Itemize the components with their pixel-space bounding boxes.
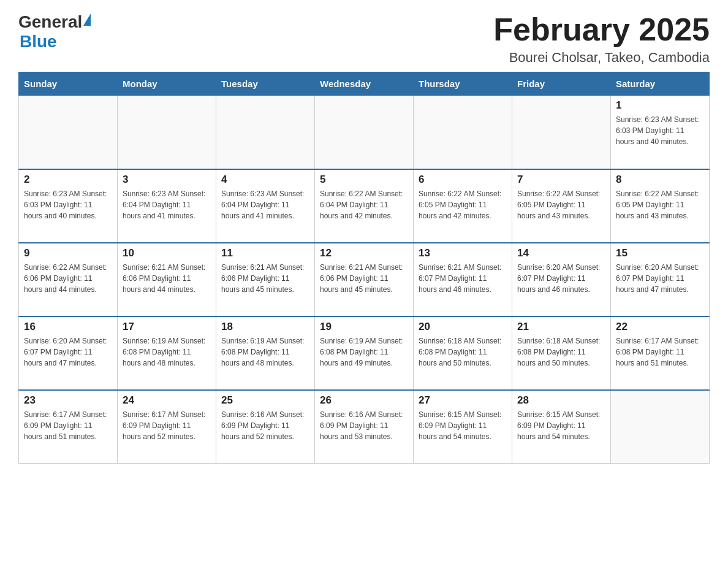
day-info: Sunrise: 6:21 AM Sunset: 6:07 PM Dayligh… bbox=[419, 262, 507, 295]
calendar-cell: 2Sunrise: 6:23 AM Sunset: 6:03 PM Daylig… bbox=[19, 169, 118, 243]
day-info: Sunrise: 6:20 AM Sunset: 6:07 PM Dayligh… bbox=[24, 335, 112, 369]
calendar-cell: 19Sunrise: 6:19 AM Sunset: 6:08 PM Dayli… bbox=[315, 316, 414, 390]
calendar-cell: 3Sunrise: 6:23 AM Sunset: 6:04 PM Daylig… bbox=[118, 169, 216, 243]
day-info: Sunrise: 6:21 AM Sunset: 6:06 PM Dayligh… bbox=[221, 262, 309, 295]
day-number: 20 bbox=[419, 321, 507, 333]
day-number: 17 bbox=[123, 321, 211, 333]
location-subtitle: Bourei Cholsar, Takeo, Cambodia bbox=[493, 50, 710, 66]
day-info: Sunrise: 6:15 AM Sunset: 6:09 PM Dayligh… bbox=[419, 409, 507, 442]
col-header-saturday: Saturday bbox=[611, 72, 710, 96]
day-number: 16 bbox=[24, 321, 112, 333]
month-title: February 2025 bbox=[493, 12, 710, 47]
day-number: 4 bbox=[221, 174, 309, 186]
day-info: Sunrise: 6:21 AM Sunset: 6:06 PM Dayligh… bbox=[123, 262, 211, 295]
day-number: 12 bbox=[320, 247, 408, 259]
logo: General Blue bbox=[18, 12, 91, 52]
day-number: 27 bbox=[419, 394, 507, 407]
title-section: February 2025 Bourei Cholsar, Takeo, Cam… bbox=[493, 12, 710, 66]
day-number: 13 bbox=[419, 247, 507, 259]
calendar-cell: 15Sunrise: 6:20 AM Sunset: 6:07 PM Dayli… bbox=[611, 243, 710, 316]
calendar-cell: 13Sunrise: 6:21 AM Sunset: 6:07 PM Dayli… bbox=[414, 243, 512, 316]
day-number: 1 bbox=[616, 99, 704, 112]
calendar-cell: 4Sunrise: 6:23 AM Sunset: 6:04 PM Daylig… bbox=[216, 169, 315, 243]
day-info: Sunrise: 6:20 AM Sunset: 6:07 PM Dayligh… bbox=[616, 262, 704, 295]
calendar-cell: 12Sunrise: 6:21 AM Sunset: 6:06 PM Dayli… bbox=[315, 243, 414, 316]
day-info: Sunrise: 6:23 AM Sunset: 6:03 PM Dayligh… bbox=[616, 114, 704, 147]
day-number: 23 bbox=[24, 394, 112, 407]
col-header-tuesday: Tuesday bbox=[216, 72, 315, 96]
day-info: Sunrise: 6:18 AM Sunset: 6:08 PM Dayligh… bbox=[419, 335, 507, 369]
day-number: 21 bbox=[517, 321, 605, 333]
day-info: Sunrise: 6:23 AM Sunset: 6:04 PM Dayligh… bbox=[221, 188, 309, 221]
calendar-cell: 11Sunrise: 6:21 AM Sunset: 6:06 PM Dayli… bbox=[216, 243, 315, 316]
calendar-cell bbox=[512, 96, 611, 169]
day-number: 18 bbox=[221, 321, 309, 333]
calendar-cell: 18Sunrise: 6:19 AM Sunset: 6:08 PM Dayli… bbox=[216, 316, 315, 390]
day-number: 19 bbox=[320, 321, 408, 333]
day-info: Sunrise: 6:17 AM Sunset: 6:09 PM Dayligh… bbox=[24, 409, 112, 442]
calendar-table: SundayMondayTuesdayWednesdayThursdayFrid… bbox=[18, 72, 710, 464]
day-number: 2 bbox=[24, 174, 112, 186]
day-number: 10 bbox=[123, 247, 211, 259]
day-info: Sunrise: 6:19 AM Sunset: 6:08 PM Dayligh… bbox=[320, 335, 408, 369]
day-info: Sunrise: 6:15 AM Sunset: 6:09 PM Dayligh… bbox=[517, 409, 605, 442]
calendar-cell: 22Sunrise: 6:17 AM Sunset: 6:08 PM Dayli… bbox=[611, 316, 710, 390]
day-info: Sunrise: 6:22 AM Sunset: 6:05 PM Dayligh… bbox=[616, 188, 704, 221]
day-number: 15 bbox=[616, 247, 704, 259]
calendar-cell: 24Sunrise: 6:17 AM Sunset: 6:09 PM Dayli… bbox=[118, 390, 216, 464]
col-header-wednesday: Wednesday bbox=[315, 72, 414, 96]
col-header-sunday: Sunday bbox=[19, 72, 118, 96]
calendar-cell: 9Sunrise: 6:22 AM Sunset: 6:06 PM Daylig… bbox=[19, 243, 118, 316]
day-info: Sunrise: 6:23 AM Sunset: 6:04 PM Dayligh… bbox=[123, 188, 211, 221]
page-header: General Blue February 2025 Bourei Cholsa… bbox=[18, 12, 710, 66]
calendar-cell: 25Sunrise: 6:16 AM Sunset: 6:09 PM Dayli… bbox=[216, 390, 315, 464]
calendar-cell bbox=[118, 96, 216, 169]
day-number: 9 bbox=[24, 247, 112, 259]
calendar-cell bbox=[216, 96, 315, 169]
calendar-cell: 17Sunrise: 6:19 AM Sunset: 6:08 PM Dayli… bbox=[118, 316, 216, 390]
calendar-cell bbox=[315, 96, 414, 169]
col-header-monday: Monday bbox=[118, 72, 216, 96]
calendar-week-row: 23Sunrise: 6:17 AM Sunset: 6:09 PM Dayli… bbox=[19, 390, 710, 464]
calendar-cell: 5Sunrise: 6:22 AM Sunset: 6:04 PM Daylig… bbox=[315, 169, 414, 243]
calendar-week-row: 1Sunrise: 6:23 AM Sunset: 6:03 PM Daylig… bbox=[19, 96, 710, 169]
col-header-thursday: Thursday bbox=[414, 72, 512, 96]
day-number: 24 bbox=[123, 394, 211, 407]
calendar-cell: 10Sunrise: 6:21 AM Sunset: 6:06 PM Dayli… bbox=[118, 243, 216, 316]
day-info: Sunrise: 6:17 AM Sunset: 6:08 PM Dayligh… bbox=[616, 335, 704, 369]
logo-general-text: General bbox=[18, 12, 82, 32]
day-info: Sunrise: 6:17 AM Sunset: 6:09 PM Dayligh… bbox=[123, 409, 211, 442]
calendar-header-row: SundayMondayTuesdayWednesdayThursdayFrid… bbox=[19, 72, 710, 96]
calendar-cell: 27Sunrise: 6:15 AM Sunset: 6:09 PM Dayli… bbox=[414, 390, 512, 464]
calendar-cell bbox=[611, 390, 710, 464]
calendar-cell: 7Sunrise: 6:22 AM Sunset: 6:05 PM Daylig… bbox=[512, 169, 611, 243]
day-info: Sunrise: 6:18 AM Sunset: 6:08 PM Dayligh… bbox=[517, 335, 605, 369]
day-info: Sunrise: 6:19 AM Sunset: 6:08 PM Dayligh… bbox=[123, 335, 211, 369]
calendar-cell: 26Sunrise: 6:16 AM Sunset: 6:09 PM Dayli… bbox=[315, 390, 414, 464]
day-number: 3 bbox=[123, 174, 211, 186]
calendar-cell: 20Sunrise: 6:18 AM Sunset: 6:08 PM Dayli… bbox=[414, 316, 512, 390]
calendar-cell: 23Sunrise: 6:17 AM Sunset: 6:09 PM Dayli… bbox=[19, 390, 118, 464]
day-info: Sunrise: 6:19 AM Sunset: 6:08 PM Dayligh… bbox=[221, 335, 309, 369]
col-header-friday: Friday bbox=[512, 72, 611, 96]
day-info: Sunrise: 6:21 AM Sunset: 6:06 PM Dayligh… bbox=[320, 262, 408, 295]
calendar-week-row: 2Sunrise: 6:23 AM Sunset: 6:03 PM Daylig… bbox=[19, 169, 710, 243]
calendar-cell bbox=[19, 96, 118, 169]
calendar-cell: 14Sunrise: 6:20 AM Sunset: 6:07 PM Dayli… bbox=[512, 243, 611, 316]
calendar-cell: 16Sunrise: 6:20 AM Sunset: 6:07 PM Dayli… bbox=[19, 316, 118, 390]
day-info: Sunrise: 6:22 AM Sunset: 6:04 PM Dayligh… bbox=[320, 188, 408, 221]
day-info: Sunrise: 6:22 AM Sunset: 6:05 PM Dayligh… bbox=[419, 188, 507, 221]
day-number: 14 bbox=[517, 247, 605, 259]
day-number: 6 bbox=[419, 174, 507, 186]
day-number: 7 bbox=[517, 174, 605, 186]
day-info: Sunrise: 6:22 AM Sunset: 6:05 PM Dayligh… bbox=[517, 188, 605, 221]
day-number: 28 bbox=[517, 394, 605, 407]
day-info: Sunrise: 6:16 AM Sunset: 6:09 PM Dayligh… bbox=[221, 409, 309, 442]
calendar-cell: 1Sunrise: 6:23 AM Sunset: 6:03 PM Daylig… bbox=[611, 96, 710, 169]
day-info: Sunrise: 6:23 AM Sunset: 6:03 PM Dayligh… bbox=[24, 188, 112, 221]
calendar-cell: 6Sunrise: 6:22 AM Sunset: 6:05 PM Daylig… bbox=[414, 169, 512, 243]
logo-blue-text: Blue bbox=[20, 32, 57, 51]
day-number: 26 bbox=[320, 394, 408, 407]
day-number: 22 bbox=[616, 321, 704, 333]
day-number: 8 bbox=[616, 174, 704, 186]
